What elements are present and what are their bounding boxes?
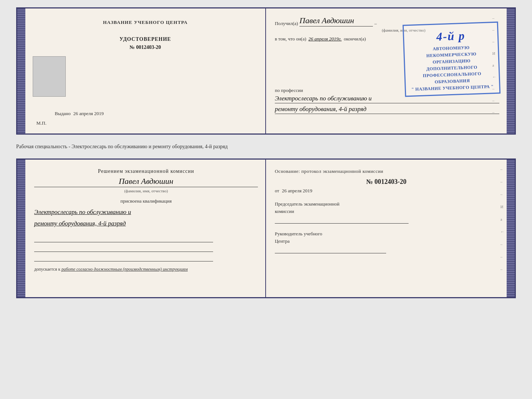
bot-edge-arrow: ← [500, 229, 504, 234]
bot-edge-i: И [500, 204, 504, 209]
photo-placeholder [33, 56, 66, 97]
chairman-line1: Председатель экзаменационной [275, 201, 339, 207]
edge-5: – [492, 98, 496, 103]
edge-4: – [492, 86, 496, 91]
dash: – [374, 21, 377, 26]
separator-content: Рабочая специальность - Электрослесарь п… [16, 144, 228, 149]
chairman-sig-line [275, 217, 409, 224]
stamp-line2: ДОПОЛНИТЕЛЬНОГО ПРОФЕССИОНАЛЬНОГО ОБРАЗО… [409, 63, 496, 86]
recipient-name: Павел Авдюшин [299, 16, 373, 26]
sig-line-1 [34, 236, 213, 242]
vydano-line: Выдано 26 апреля 2019 [55, 111, 104, 117]
sig-line-2 [34, 245, 213, 252]
vtom-label: в том, что он(а) [275, 36, 306, 42]
cert-number: № 0012403-20 [130, 44, 161, 50]
edge-arrow: ← [492, 75, 496, 79]
bot-qual-line1: Электрослесарь по обслуживанию и [34, 207, 258, 217]
edge-i: И [492, 51, 496, 56]
stamp-line1: АВТОНОМНУЮ НЕКОММЕРЧЕСКУЮ ОРГАНИЗАЦИЮ [408, 43, 495, 66]
cert-label: УДОСТОВЕРЕНИЕ [119, 36, 171, 42]
bottom-spine-left [17, 160, 25, 297]
vtom-date: 26 апреля 2019г. [309, 36, 342, 42]
head-line1: Руководитель учебного [275, 231, 322, 236]
bottom-left-page: Решением экзаменационной комиссии Павел … [25, 160, 266, 297]
separator-text: Рабочая специальность - Электрослесарь п… [16, 141, 516, 152]
cert-training-center-title: НАЗВАНИЕ УЧЕБНОГО ЦЕНТРА [103, 19, 188, 25]
bot-edge-3: – [500, 192, 504, 196]
bot-dopuskaetsya: допускается к работе согласно должностны… [34, 267, 258, 272]
ot-label: от [275, 188, 279, 193]
vydano-label: Выдано [55, 111, 71, 116]
bottom-right-page: Основание: протокол экзаменационной коми… [266, 160, 507, 297]
spine-right [507, 8, 515, 133]
top-left-page: НАЗВАНИЕ УЧЕБНОГО ЦЕНТРА УДОСТОВЕРЕНИЕ №… [25, 8, 266, 133]
bot-prisvoena: присвоена квалификация [34, 198, 258, 204]
bot-edge-4: – [500, 242, 504, 246]
okoncil-label: окончил(а) [344, 36, 366, 42]
dopuskaetsya-label: допускается к [34, 267, 60, 272]
head-sig-line [275, 247, 387, 253]
bot-chairman: Председатель экзаменационной комиссии [275, 200, 498, 215]
top-document: НАЗВАНИЕ УЧЕБНОГО ЦЕНТРА УДОСТОВЕРЕНИЕ №… [16, 7, 516, 135]
bot-fio-label: (фамилия, имя, отчество) [34, 189, 258, 193]
bot-right-number: № 0012403-20 [275, 178, 498, 186]
bot-right-edge-lines: – – – И а ← – – – [500, 167, 504, 271]
edge-2: – [492, 28, 496, 32]
bot-head: Руководитель учебного Центра [275, 230, 498, 245]
edge-6: – [492, 110, 496, 114]
bot-right-ot: от 26 апреля 2019 [275, 188, 498, 194]
vydano-date: 26 апреля 2019 [73, 111, 104, 116]
mp-label: М.П. [36, 120, 46, 126]
ot-date: 26 апреля 2019 [282, 188, 312, 193]
stamp-overlay: 4-й р АВТОНОМНУЮ НЕКОММЕРЧЕСКУЮ ОРГАНИЗА… [403, 22, 501, 97]
edge-1: – [492, 16, 496, 20]
head-line2: Центра [275, 238, 290, 244]
bot-edge-2: – [500, 179, 504, 184]
profession-line1: Электрослесарь по обслуживанию и [275, 95, 499, 103]
bot-qual-line2: ремонту оборудования, 4-й разряд [34, 218, 258, 228]
edge-a: а [492, 63, 496, 67]
bot-title: Решением экзаменационной комиссии [34, 168, 258, 174]
profession-line2: ремонту оборудования, 4-й разряд [275, 106, 499, 114]
chairman-line2: комиссии [275, 209, 294, 214]
edge-3: – [492, 39, 496, 44]
sig-line-3 [34, 255, 213, 261]
bot-edge-a: а [500, 217, 504, 221]
bot-edge-6: – [500, 267, 504, 271]
bottom-document: Решением экзаменационной комиссии Павел … [16, 158, 516, 298]
spine-left [17, 8, 25, 133]
dopuskaetsya-italic: работе согласно должностным (производств… [61, 267, 188, 272]
top-right-page: Получил(a) Павел Авдюшин – (фамилия, имя… [266, 8, 507, 133]
stamp-big-text: 4-й р [407, 26, 494, 46]
bot-osnov: Основание: протокол экзаменационной коми… [275, 168, 498, 174]
right-edge-lines: – – – И а ← – – – [492, 16, 496, 114]
bot-sig-lines [34, 236, 258, 261]
received-label: Получил(a) [275, 21, 298, 26]
bot-name: Павел Авдюшин [34, 177, 258, 187]
bottom-spine-right [507, 160, 515, 297]
bot-edge-1: – [500, 167, 504, 171]
bot-edge-5: – [500, 254, 504, 259]
